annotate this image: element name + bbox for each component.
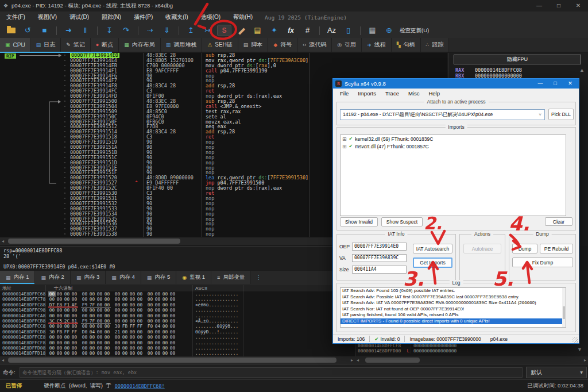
dump-pane[interactable]: 地址 十六进制 ASCII 00000014E8DFFC680000000000…: [0, 285, 355, 356]
scylla-menu-misc[interactable]: Misc: [404, 89, 424, 98]
trace-into-icon[interactable]: ⇢: [142, 24, 158, 37]
pe-rebuild-button[interactable]: PE Rebuild: [540, 244, 573, 253]
open-file-icon[interactable]: [7, 28, 16, 33]
show-invalid-button[interactable]: Show Invalid: [340, 217, 378, 226]
step-over-icon[interactable]: ↷: [118, 24, 134, 37]
minimize-button[interactable]: —: [533, 79, 548, 89]
disasm-row[interactable]: 00007FF7E39914F1E8 9AFCFFFFcall p04.7FF7…: [0, 68, 447, 74]
menubar-item[interactable]: 插件(P): [127, 11, 159, 23]
hide-fpu-button[interactable]: 隐藏FPU: [454, 55, 581, 64]
dump-hscrollbar[interactable]: ◂ ▸: [0, 356, 355, 364]
stack-hscrollbar[interactable]: ◂ ▸: [355, 356, 588, 364]
step-into-icon[interactable]: ↧: [101, 24, 118, 37]
menubar-item[interactable]: 调试(D): [63, 11, 95, 23]
oep-field[interactable]: 00007FF7E39914E0: [352, 243, 407, 251]
log-line[interactable]: IAT Search Adv: IAT VA 00007FF7E39A839C …: [341, 300, 566, 306]
comment-icon[interactable]: ▤: [249, 24, 266, 37]
memory-icon[interactable]: ▯: [340, 24, 357, 37]
get-imports-button[interactable]: Get Imports: [413, 258, 452, 268]
menubar-item[interactable]: 文件(F): [0, 11, 32, 23]
menubar-item[interactable]: 视图(V): [32, 11, 63, 23]
import-dll-item[interactable]: ⊞✔kernel32.dll (59) FThunk: 0001839C: [341, 135, 566, 143]
tab-trace[interactable]: ∴跟踪: [421, 38, 450, 52]
dump-button[interactable]: Dump: [512, 244, 537, 253]
dump-row[interactable]: 00000014E8DFFD18000000000000000000000000…: [0, 351, 355, 356]
tab-seh[interactable]: ⚠SEH链: [202, 38, 238, 52]
window-list-icon[interactable]: ⋮: [256, 271, 261, 285]
tab-memory-map[interactable]: ▦内存布局: [119, 38, 161, 52]
dump-row[interactable]: 00000014E8DFFC98000000000000000000000000…: [0, 308, 355, 313]
clear-button[interactable]: Clear: [545, 217, 572, 226]
dump-row[interactable]: 00000014E8DFFCF8000000000000000000000000…: [0, 340, 355, 345]
tab-symbols[interactable]: ◆符号: [268, 38, 297, 52]
scroll-left-icon[interactable]: ◂: [2, 237, 4, 245]
run-icon[interactable]: ➜: [60, 24, 77, 37]
scylla-menu-help[interactable]: Help: [424, 89, 444, 98]
stack-row[interactable]: 00000014E8DFFCF80000000000000000: [358, 343, 457, 348]
log-vscrollbar[interactable]: [562, 288, 566, 327]
tab-dump-3[interactable]: ▦内存 3: [71, 271, 106, 284]
tab-source[interactable]: ‹›源代码: [297, 38, 332, 52]
patch-icon[interactable]: ▬: [233, 24, 249, 37]
switch-thread-icon[interactable]: ↣: [199, 24, 216, 37]
pause-icon[interactable]: ‖: [77, 24, 94, 37]
dump-row[interactable]: 00000014E8DFFCE8000000000000000000000000…: [0, 335, 355, 340]
tab-cpu[interactable]: ▣CPU: [0, 38, 31, 52]
maximize-button[interactable]: □: [548, 79, 563, 89]
log-line[interactable]: IAT parsing finished, found 106 valid AP…: [341, 312, 566, 318]
breakpoint-address-link[interactable]: 00000014E8DFFC68!: [115, 383, 165, 389]
tab-log[interactable]: ▤日志: [31, 38, 61, 52]
restart-icon[interactable]: ↺: [20, 24, 36, 37]
scroll-left-icon[interactable]: ◂: [2, 356, 4, 364]
menubar-item[interactable]: 收藏夹(I): [159, 11, 194, 23]
log-list[interactable]: IAT Search Adv: Found 105 (0x69) possibl…: [340, 287, 566, 328]
tab-call-stack[interactable]: ▥调用堆栈: [161, 38, 203, 52]
command-input[interactable]: [20, 367, 523, 378]
maximize-button[interactable]: □: [549, 0, 568, 11]
dump-row[interactable]: 00000014E8DFFCA8000000000000000000000000…: [0, 313, 355, 318]
tab-references[interactable]: ◎引用: [332, 38, 362, 52]
tab-dump-4[interactable]: ▦内存 4: [106, 271, 141, 284]
scroll-down-icon[interactable]: ▼: [577, 347, 582, 352]
tab-threads[interactable]: ➜线程: [362, 38, 392, 52]
execute-till-return-icon[interactable]: ↥: [183, 24, 199, 37]
close-button[interactable]: ✕: [563, 79, 578, 89]
check-update-label[interactable]: 检查更新(U): [400, 27, 429, 34]
pick-dll-button[interactable]: Pick DLL: [548, 109, 574, 120]
scylla-menu-imports[interactable]: Imports: [353, 89, 381, 98]
iat-autosearch-button[interactable]: IAT Autosearch: [413, 244, 452, 253]
tab-dump-2[interactable]: ▦内存 2: [35, 271, 70, 284]
resize-grip[interactable]: [572, 337, 578, 343]
dump-row[interactable]: 00000014E8DFFD08000000000000000000000000…: [0, 345, 355, 351]
dump-row[interactable]: 00000014E8DFFC88D7E8F1AEF97F000000000000…: [0, 302, 355, 308]
register-row[interactable]: RAX00000014E8DFFC08: [455, 67, 522, 73]
scroll-left-icon[interactable]: ◂: [357, 356, 359, 364]
menubar-item[interactable]: 跟踪(N): [95, 11, 127, 23]
scroll-right-icon[interactable]: ▸: [584, 356, 586, 364]
scroll-right-icon[interactable]: ▸: [351, 356, 353, 364]
tab-watch-1[interactable]: ◉监视 1: [176, 271, 211, 284]
scylla-menu-trace[interactable]: Trace: [381, 89, 404, 98]
tab-script[interactable]: ▤脚本: [238, 38, 269, 52]
dump-row[interactable]: 00000014E8DFFC68000000000000000000000000…: [0, 291, 355, 297]
tab-notes[interactable]: ✎笔记: [61, 38, 91, 52]
calculator-icon[interactable]: ▦: [364, 24, 381, 37]
check-update-icon[interactable]: ⊕: [381, 24, 397, 37]
menubar-item[interactable]: 选项(O): [195, 11, 227, 23]
va-field[interactable]: 00007FF7E39A839C: [352, 254, 407, 262]
dump-row[interactable]: 00000014E8DFFCC8000000000000000030FBFFFF…: [0, 324, 355, 329]
process-select[interactable]: 14192 - p04.exe - D:\CTF\题目\逆向\NSSCTF\已解…: [340, 109, 545, 120]
imports-tree[interactable]: ⊞✔kernel32.dll (59) FThunk: 0001839C⊞✔ms…: [340, 134, 566, 216]
menubar-item[interactable]: 帮助(H): [227, 11, 259, 23]
minimize-button[interactable]: —: [529, 0, 549, 11]
scylla-titlebar[interactable]: S Scylla x64 v0.9.8 — □ ✕: [333, 79, 579, 89]
profile-select[interactable]: 默认 ▾: [526, 367, 587, 378]
fix-dump-button[interactable]: Fix Dump: [512, 258, 573, 267]
dump-row[interactable]: 00000014E8DFFCB83CC52CB1F97F000000000000…: [0, 318, 355, 324]
tab-dump-5[interactable]: ▦内存 5: [141, 271, 176, 284]
scylla-plugin-icon[interactable]: S: [217, 25, 231, 36]
stack-row[interactable]: 00000014E8DFFD00L0000000000000000: [358, 348, 457, 353]
size-field[interactable]: 000411A4: [352, 266, 407, 274]
log-line[interactable]: IAT Search Adv: Possible IAT first 00007…: [341, 294, 566, 301]
hash-icon[interactable]: #: [299, 24, 316, 37]
